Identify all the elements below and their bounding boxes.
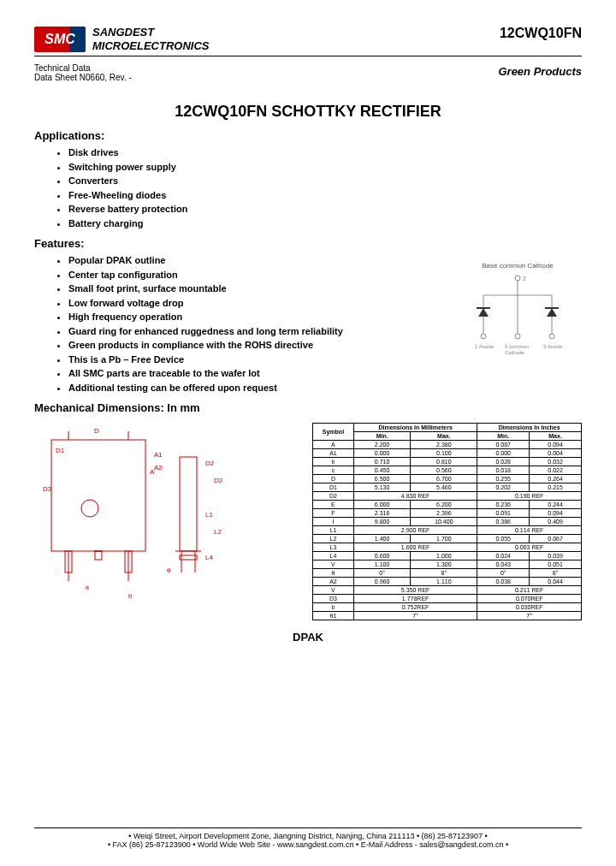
svg-text:L1: L1 <box>205 511 213 519</box>
svg-text:b: b <box>128 592 133 600</box>
dimensions-table: Symbol Dimensions In Millimeters Dimensi… <box>312 423 582 620</box>
list-item: Center tap configuration <box>68 268 436 282</box>
list-item: Switching power supply <box>68 160 582 175</box>
list-item: Additional testing can be offered upon r… <box>68 381 436 395</box>
list-item: Low forward voltage drop <box>68 296 436 311</box>
document-title: 12CWQ10FN SCHOTTKY RECTIFIER <box>34 103 582 121</box>
svg-text:A1: A1 <box>154 451 163 459</box>
svg-text:2 common: 2 common <box>505 344 529 349</box>
header-left: SMC SANGDEST MICROELECTRONICS <box>34 26 210 52</box>
header-separator <box>34 56 582 56</box>
circuit-diagram: Base common Cathode 2 1 Anode 2 common C… <box>453 253 582 357</box>
list-item: This is a Pb – Free Device <box>68 353 436 367</box>
svg-rect-28 <box>95 551 102 560</box>
svg-point-14 <box>549 334 554 339</box>
th-mm-max: Max. <box>411 432 477 441</box>
svg-marker-8 <box>547 308 557 317</box>
th-in: Dimensions In Inches <box>477 424 582 432</box>
list-item: Reverse battery protection <box>68 202 582 216</box>
tech-line2: Data Sheet N0660, Rev. - <box>34 73 132 82</box>
list-item: All SMC parts are traceable to the wafer… <box>68 366 436 381</box>
table-row: V5.350 REF0.211 REF <box>313 586 582 595</box>
svg-text:D1: D1 <box>56 447 65 454</box>
svg-point-13 <box>515 334 520 339</box>
smc-logo: SMC <box>34 27 86 52</box>
table-row: A2.2002.3800.0870.094 <box>313 441 582 449</box>
svg-text:θ: θ <box>167 566 171 574</box>
svg-point-0 <box>515 276 520 281</box>
svg-text:L4: L4 <box>205 554 213 561</box>
features-heading: Features: <box>34 237 582 250</box>
page-header: SMC SANGDEST MICROELECTRONICS 12CWQ10FN <box>34 26 582 52</box>
tech-line1: Technical Data <box>34 63 132 73</box>
list-item: High frequency operation <box>68 310 436 324</box>
table-row: D31.778REF0.070REF <box>313 595 582 603</box>
svg-rect-29 <box>180 457 197 551</box>
table-row: θ0°8°0°8° <box>313 569 582 578</box>
dpak-label: DPAK <box>34 631 582 644</box>
tech-data: Technical Data Data Sheet N0660, Rev. - <box>34 63 132 82</box>
table-row: E6.0006.2000.2360.244 <box>313 501 582 509</box>
list-item: Popular DPAK outline <box>68 253 436 268</box>
list-item: Disk drives <box>68 145 582 160</box>
circuit-top-label: Base common Cathode <box>453 262 582 270</box>
list-item: Free-Wheeling diodes <box>68 188 582 203</box>
part-number: 12CWQ10FN <box>500 26 582 41</box>
table-row: A20.9601.1100.0380.044 <box>313 578 582 586</box>
package-drawing: D D1 A D3 e b D2 L1 L4 A1 A2 θ D2 L2 <box>34 423 304 620</box>
list-item: Green products in compliance with the RO… <box>68 338 436 353</box>
table-row: L21.4001.7000.0550.067 <box>313 535 582 543</box>
table-row: D6.5006.7000.2550.264 <box>313 475 582 483</box>
svg-text:A2: A2 <box>154 464 163 472</box>
svg-text:L2: L2 <box>214 528 222 536</box>
svg-text:Cathode: Cathode <box>505 350 524 355</box>
svg-rect-33 <box>180 555 197 560</box>
applications-list: Disk drivesSwitching power supplyConvert… <box>34 145 582 230</box>
svg-text:D: D <box>94 427 99 435</box>
terminal-top-num: 2 <box>523 276 526 282</box>
table-row: L12.900 REF0.114 REF <box>313 526 582 535</box>
table-row: θ17°7° <box>313 612 582 620</box>
table-row: I9.80010.4000.3860.409 <box>313 518 582 526</box>
table-row: b0.752REF0.030REF <box>313 603 582 612</box>
svg-text:D2: D2 <box>205 460 215 467</box>
th-symbol: Symbol <box>313 424 354 441</box>
svg-rect-19 <box>51 440 145 551</box>
footer-line1: • Weiqi Street, Airport Development Zone… <box>34 832 582 840</box>
svg-text:e: e <box>86 584 90 591</box>
th-in-min: Min. <box>477 432 530 441</box>
table-row: A10.0000.1000.0000.004 <box>313 449 582 458</box>
company-name: SANGDEST MICROELECTRONICS <box>92 26 210 52</box>
mechanical-heading: Mechanical Dimensions: In mm <box>34 401 582 414</box>
th-mm: Dimensions In Millimeters <box>353 424 477 432</box>
th-mm-min: Min. <box>353 432 410 441</box>
table-row: L40.6001.0000.0240.039 <box>313 552 582 561</box>
company-line1: SANGDEST <box>92 26 210 39</box>
header-right: 12CWQ10FN <box>500 26 582 41</box>
features-list: Popular DPAK outlineCenter tap configura… <box>34 253 436 394</box>
list-item: Small foot print, surface mountable <box>68 282 436 296</box>
table-row: c0.4500.5600.0180.022 <box>313 466 582 475</box>
svg-point-22 <box>81 500 98 517</box>
applications-heading: Applications: <box>34 129 582 142</box>
table-row: F2.3162.3960.0910.094 <box>313 509 582 518</box>
footer-separator <box>34 827 582 828</box>
svg-marker-6 <box>478 308 489 317</box>
svg-text:3 Anode: 3 Anode <box>543 344 563 349</box>
table-row: V1.1001.3000.0430.051 <box>313 561 582 569</box>
th-in-max: Max. <box>530 432 582 441</box>
table-row: D15.1305.4600.2020.215 <box>313 483 582 492</box>
table-row: b0.7100.8100.0280.032 <box>313 458 582 466</box>
svg-text:D3: D3 <box>43 485 52 493</box>
svg-text:D2: D2 <box>214 477 223 484</box>
footer-line2: • FAX (86) 25-87123900 • World Wide Web … <box>34 840 582 849</box>
table-row: L31.600 REF0.063 REF <box>313 543 582 552</box>
list-item: Guard ring for enhanced ruggedness and l… <box>68 324 436 339</box>
company-line2: MICROELECTRONICS <box>92 39 210 53</box>
page-footer: • Weiqi Street, Airport Development Zone… <box>34 827 582 849</box>
green-products: Green Products <box>498 65 582 82</box>
svg-point-12 <box>481 334 486 339</box>
list-item: Battery charging <box>68 216 582 231</box>
dpak-outline-icon: D D1 A D3 e b D2 L1 L4 A1 A2 θ D2 L2 <box>34 423 274 611</box>
table-row: D24.830 REF0.190 REF <box>313 492 582 501</box>
